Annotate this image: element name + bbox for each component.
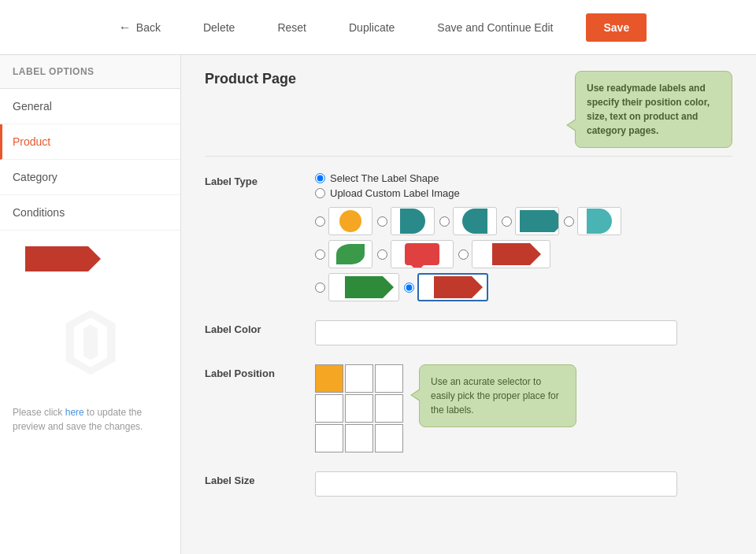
shape-radio-leaf[interactable] — [315, 249, 325, 260]
radio-select-shape-label: Select The Label Shape — [330, 172, 439, 184]
shape-option-leaf[interactable] — [315, 240, 372, 268]
shapes-row-1 — [315, 207, 732, 235]
shape-halfcircle-teal2 — [462, 209, 487, 234]
shape-preview-halfmoon-teal — [577, 207, 621, 235]
sidebar-header: LABEL OPTIONS — [0, 55, 180, 89]
radio-upload-custom[interactable]: Upload Custom Label Image — [315, 187, 732, 199]
label-position-field: Use an acurate selector to easily pick t… — [315, 364, 732, 452]
save-continue-button[interactable]: Save and Continue Edit — [428, 15, 562, 40]
back-button[interactable]: ← Back — [109, 14, 170, 41]
shape-option-halfcircle-teal[interactable] — [377, 207, 435, 235]
shape-radio-halfcircle-teal2[interactable] — [439, 216, 450, 227]
position-cell-8[interactable] — [375, 424, 403, 452]
section-title-row: Product Page Use readymade labels and sp… — [205, 71, 732, 157]
label-type-tooltip: Use readymade labels and specify their p… — [575, 71, 732, 148]
sidebar-item-product[interactable]: Product — [0, 124, 180, 160]
label-type-row: Label Type Select The Label Shape Upload… — [205, 172, 732, 301]
shape-arrow-green — [345, 276, 383, 298]
shape-halfcircle-teal — [400, 209, 425, 234]
position-cell-4[interactable] — [345, 394, 373, 423]
position-cell-5[interactable] — [375, 394, 403, 423]
section-title: Product Page — [205, 71, 296, 87]
delete-button[interactable]: Delete — [194, 15, 244, 40]
shape-option-arrow-red-sel[interactable] — [404, 273, 488, 301]
shape-preview-circle — [328, 207, 372, 235]
position-area: Use an acurate selector to easily pick t… — [315, 364, 732, 452]
position-cell-1[interactable] — [345, 364, 373, 393]
radio-select-shape-input[interactable] — [315, 173, 325, 183]
sidebar-item-conditions[interactable]: Conditions — [0, 195, 180, 231]
label-position-row: Label Position Use an — [205, 364, 732, 452]
reset-button[interactable]: Reset — [268, 15, 316, 40]
shape-option-arrow-green[interactable] — [315, 273, 399, 301]
shape-option-speech-red[interactable] — [377, 240, 454, 268]
shape-radio-arrow-teal[interactable] — [502, 216, 512, 227]
shape-preview-arrow-teal — [515, 207, 559, 235]
shape-preview-arrow-red-wide — [472, 240, 550, 268]
shape-arrow-red-wide — [492, 243, 530, 265]
shapes-row-3 — [315, 273, 732, 301]
save-label: Save — [603, 21, 629, 34]
shape-preview-speech-red — [391, 240, 454, 268]
save-button[interactable]: Save — [586, 13, 647, 42]
position-cell-2[interactable] — [375, 364, 403, 393]
shape-radio-arrow-red-sel[interactable] — [404, 283, 414, 293]
shape-option-arrow-red-wide[interactable] — [458, 240, 550, 268]
shape-leaf — [336, 244, 365, 264]
magento-watermark — [51, 303, 130, 382]
back-label: Back — [136, 21, 161, 34]
shape-radio-halfmoon-teal[interactable] — [564, 216, 574, 227]
label-color-input[interactable] — [315, 320, 677, 345]
shape-radio-arrow-red-wide[interactable] — [458, 249, 469, 260]
main-layout: LABEL OPTIONS General Product Category C… — [0, 55, 756, 554]
content-area: Product Page Use readymade labels and sp… — [181, 55, 756, 554]
shape-radio-speech-red[interactable] — [377, 249, 387, 260]
shape-option-halfcircle-teal2[interactable] — [439, 207, 497, 235]
label-size-row: Label Size — [205, 471, 732, 497]
shape-option-circle[interactable] — [315, 207, 372, 235]
position-cell-6[interactable] — [315, 424, 343, 452]
sidebar: LABEL OPTIONS General Product Category C… — [0, 55, 181, 554]
label-type-field: Select The Label Shape Upload Custom Lab… — [315, 172, 732, 301]
label-color-field — [315, 320, 732, 345]
sidebar-item-label-general: General — [13, 100, 52, 113]
position-cell-0[interactable] — [315, 364, 343, 393]
shape-option-halfmoon-teal[interactable] — [564, 207, 621, 235]
position-tooltip: Use an acurate selector to easily pick t… — [419, 364, 576, 427]
shapes-row-2 — [315, 240, 732, 268]
duplicate-label: Duplicate — [349, 21, 395, 34]
sidebar-note: Please click here to update the preview … — [0, 397, 180, 441]
duplicate-button[interactable]: Duplicate — [339, 15, 404, 40]
sidebar-item-label-conditions: Conditions — [13, 206, 65, 219]
label-type-radio-group: Select The Label Shape Upload Custom Lab… — [315, 172, 732, 199]
sidebar-note-link[interactable]: here — [65, 407, 84, 418]
position-cell-7[interactable] — [345, 424, 373, 452]
sidebar-item-label-category: Category — [13, 171, 57, 183]
position-tooltip-text: Use an acurate selector to easily pick t… — [431, 376, 559, 416]
radio-select-shape[interactable]: Select The Label Shape — [315, 172, 732, 184]
shape-preview-leaf — [328, 240, 372, 268]
sidebar-item-general[interactable]: General — [0, 89, 180, 124]
shape-preview-halfcircle-teal — [391, 207, 435, 235]
position-cell-3[interactable] — [315, 394, 343, 423]
shape-option-arrow-teal[interactable] — [502, 207, 559, 235]
shape-circle — [339, 210, 361, 232]
radio-upload-custom-label: Upload Custom Label Image — [330, 187, 460, 199]
shape-arrow-red-sel — [434, 276, 472, 298]
radio-upload-custom-input[interactable] — [315, 188, 325, 198]
label-type-label: Label Type — [205, 172, 299, 187]
delete-label: Delete — [203, 21, 235, 34]
sidebar-item-label-product: Product — [13, 135, 50, 148]
shapes-grid — [315, 207, 732, 301]
back-arrow-icon: ← — [119, 20, 132, 35]
shape-radio-halfcircle-teal[interactable] — [377, 216, 387, 227]
label-size-field — [315, 471, 732, 497]
label-size-label: Label Size — [205, 471, 299, 486]
label-size-input[interactable] — [315, 471, 677, 497]
sidebar-item-category[interactable]: Category — [0, 160, 180, 195]
toolbar: ← Back Delete Reset Duplicate Save and C… — [0, 0, 756, 55]
shape-halfmoon-teal — [587, 209, 612, 234]
shape-radio-arrow-green[interactable] — [315, 283, 325, 293]
shape-radio-circle[interactable] — [315, 216, 325, 227]
reset-label: Reset — [277, 21, 306, 34]
